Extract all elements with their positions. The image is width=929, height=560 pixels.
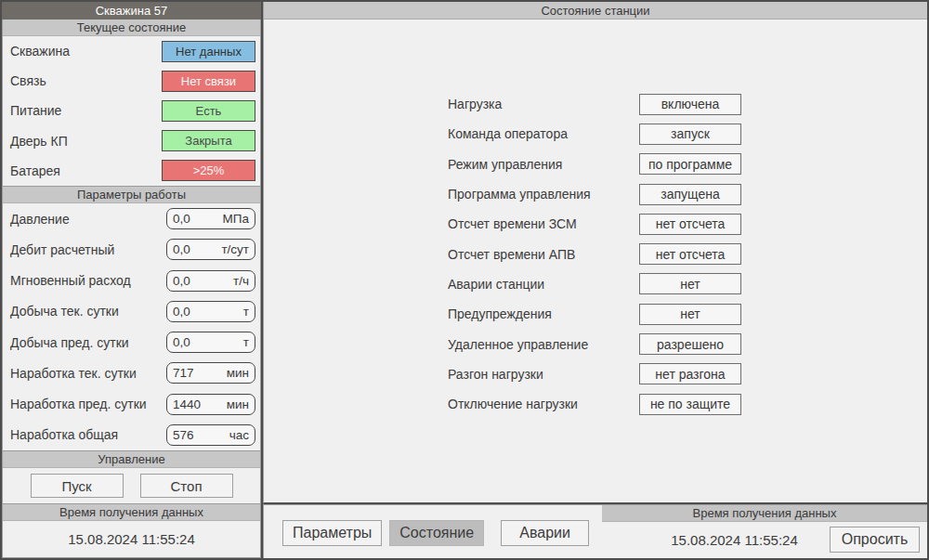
current-state-section: Текущее состояние Скважина Нет данных Св… [2,20,261,187]
param-row: Наработка пред. сутки 1440 мин [10,394,255,415]
well-data-time-section: Время получения данных 15.08.2024 11:55:… [2,504,261,558]
station-value-box: нет [639,273,741,294]
param-value: 717 [173,366,194,380]
state-label: Батарея [10,163,60,178]
station-row: Отключение нагрузки не по защите [264,389,927,419]
view-tabs: ПараметрыСостояниеАварии [282,520,589,546]
param-label: Давление [10,212,70,227]
param-value: 576 [173,428,194,442]
state-label: Скважина [10,44,70,59]
param-value-box: 0,0 т [166,332,255,353]
state-row: Скважина Нет данных [10,41,255,62]
station-label: Удаленное управление [448,337,639,352]
station-row: Отсчет времени АПВ нет отсчета [264,239,927,268]
station-label: Аварии станции [448,277,639,292]
station-row: Нагрузка включена [264,89,927,119]
param-label: Наработка общая [10,427,118,442]
station-label: Отключение нагрузки [448,397,639,411]
param-unit: т/ч [233,274,249,288]
param-value: 0,0 [173,335,190,349]
start-button[interactable]: Пуск [31,474,124,498]
poll-button[interactable]: Опросить [830,527,920,553]
station-state-panel: Состояние станции Нагрузка включена Кома… [263,2,927,504]
station-value-box: нет [639,304,741,325]
state-label: Дверь КП [10,134,68,149]
station-label: Отсчет времени АПВ [448,247,639,262]
tab-button[interactable]: Параметры [282,520,382,546]
work-params-header: Параметры работы [3,187,260,203]
param-row: Дебит расчетный 0,0 т/сут [10,239,255,260]
param-row: Наработка общая 576 час [10,424,255,446]
param-unit: мин [227,397,249,411]
param-value-box: 0,0 т/ч [166,270,255,292]
station-row: Предупреждения нет [264,299,927,329]
param-unit: час [229,428,249,442]
tab-button[interactable]: Состояние [389,520,484,546]
scada-window: Скважина 57 Текущее состояние Скважина Н… [0,0,929,560]
param-value: 0,0 [173,274,190,288]
param-row: Наработка тек. сутки 717 мин [10,362,255,384]
status-badge: >25% [162,160,255,181]
station-row: Программа управления запущена [264,179,927,209]
param-label: Добыча тек. сутки [10,304,119,319]
station-value-box: разрешено [639,333,741,355]
station-label: Программа управления [448,187,639,202]
stop-button[interactable]: Стоп [140,474,233,498]
status-badge: Есть [162,100,255,122]
state-row: Питание Есть [10,100,255,122]
station-value-box: не по защите [639,394,741,415]
station-row: Разгон нагрузки нет разгона [264,359,927,389]
station-row: Команда оператора запуск [264,119,927,149]
station-label: Предупреждения [448,306,639,321]
status-badge: Закрыта [162,130,255,151]
current-state-header: Текущее состояние [3,20,260,36]
station-value-box: включена [639,94,741,115]
station-value-box: нет отсчета [639,243,741,265]
station-row: Отсчет времени ЗСМ нет отсчета [264,209,927,239]
status-badge: Нет связи [162,71,255,92]
param-value-box: 1440 мин [166,394,255,415]
param-row: Мгновенный расход 0,0 т/ч [10,270,255,292]
station-value-box: запуск [639,124,741,145]
control-header: Управление [3,451,260,468]
station-value-box: запущена [639,184,741,205]
state-row: Дверь КП Закрыта [10,130,255,151]
station-label: Отсчет времени ЗСМ [448,216,639,231]
param-row: Давление 0,0 МПа [10,208,255,229]
well-data-time-header: Время получения данных [3,504,260,521]
station-row: Аварии станции нет [264,269,927,299]
state-row: Связь Нет связи [10,71,255,92]
param-unit: т [243,335,249,349]
station-value-box: нет отсчета [639,214,741,235]
param-value-box: 0,0 МПа [166,208,255,229]
param-unit: МПа [223,212,249,226]
well-data-timestamp: 15.08.2024 11:55:24 [3,521,260,557]
station-label: Нагрузка [448,97,639,111]
param-value: 0,0 [173,305,190,319]
param-unit: т [243,305,249,319]
state-label: Питание [10,103,61,118]
param-unit: т/сут [221,242,249,256]
well-panel-title: Скважина 57 [2,2,261,20]
param-value: 1440 [173,397,201,411]
param-row: Добыча тек. сутки 0,0 т [10,301,255,322]
current-state-rows: Скважина Нет данных Связь Нет связи Пита… [3,36,260,186]
work-params-rows: Давление 0,0 МПа Дебит расчетный 0,0 т/с… [3,203,260,450]
station-row: Режим управления по программе [264,150,927,179]
state-label: Связь [10,73,46,88]
control-buttons: Пуск Стоп [3,468,260,503]
station-value-box: нет разгона [639,363,741,384]
state-row: Батарея >25% [10,160,255,181]
param-value-box: 576 час [166,424,255,446]
station-value-box: по программе [639,153,741,175]
poll-time-panel: Время получения данных 15.08.2024 11:55:… [602,504,927,558]
station-label: Режим управления [448,157,639,172]
tab-button[interactable]: Аварии [501,520,589,546]
param-label: Наработка пред. сутки [10,397,147,411]
poll-row: 15.08.2024 11:55:24 Опросить [602,522,927,558]
param-row: Добыча пред. сутки 0,0 т [10,332,255,353]
poll-timestamp: 15.08.2024 11:55:24 [625,522,844,558]
param-value-box: 717 мин [166,362,255,384]
param-label: Добыча пред. сутки [10,335,129,350]
view-tabs-panel: ПараметрыСостояниеАварии [263,504,604,558]
